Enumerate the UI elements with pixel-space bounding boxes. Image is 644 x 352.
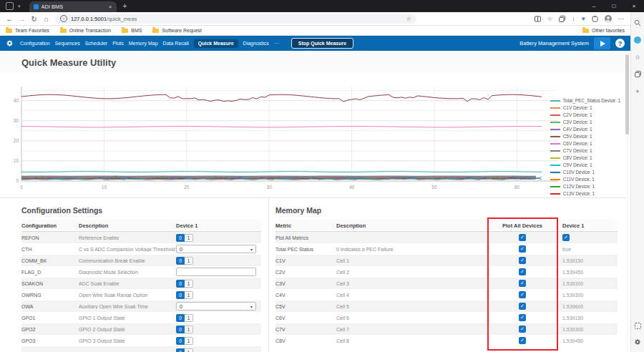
config-settings-title: Configuration Settings [21,206,261,215]
config-select[interactable]: 0▾ [176,302,256,311]
legend-label: C9V Device: 1 [563,162,592,167]
plot-all-checkbox[interactable]: ✓ [519,326,526,333]
address-bar[interactable]: i 127.0.0.1:5001/quick_meas ☆ [55,14,416,24]
nav-item-configuration[interactable]: Configuration [20,41,50,46]
tab-actions-icon[interactable]: ▾ [18,4,21,9]
nav-item-quick-measure[interactable]: Quick Measure [194,39,238,48]
config-text-input[interactable] [176,268,256,276]
run-button[interactable] [594,37,610,49]
toggle-option-0[interactable]: 0 [176,280,185,288]
legend-item[interactable]: C5V Device: 1 [550,134,620,139]
legend-item[interactable]: C1V Device: 1 [550,105,620,110]
legend-item[interactable]: C12V Device: 1 [550,184,620,189]
sidebar-settings-gear-icon[interactable] [634,338,642,346]
plot-all-checkbox[interactable]: ✓ [519,245,526,253]
toggle-option-1[interactable]: 1 [185,280,193,288]
nav-item-sequences[interactable]: Sequences [55,41,80,46]
nav-item-diagnostics[interactable]: Diagnostics [243,41,269,46]
legend-item[interactable]: C11V Device: 1 [550,177,620,182]
toggle-option-1[interactable]: 1 [185,326,193,333]
scrollbar-thumb[interactable] [625,54,629,135]
legend-item[interactable]: C4V Device: 1 [550,127,620,132]
home-button[interactable]: ⌂ [40,15,52,23]
plot-all-checkbox[interactable]: ✓ [519,314,526,321]
nav-item-data-recall[interactable]: Data Recall [163,41,189,46]
browser-essentials-icon[interactable]: ♥ [581,16,585,22]
browser-tab[interactable]: ADI BMS × [29,1,117,12]
screenshot-icon[interactable] [634,322,642,330]
nav-item-scheduler[interactable]: Scheduler [85,41,108,46]
legend-item[interactable]: C13V Device: 1 [550,191,620,196]
sidebar-collections-icon[interactable] [634,70,642,78]
plot-all-checkbox[interactable]: ✓ [519,257,526,264]
profile-avatar[interactable] [605,15,612,22]
collections-icon[interactable] [559,16,565,22]
legend-item[interactable]: C2V Device: 1 [550,112,620,117]
config-row: GPO2GPIO 2 Output State01 [21,323,261,335]
maximize-button[interactable]: □ [604,0,624,12]
other-favorites[interactable]: Other favorites [582,28,625,33]
legend-item[interactable]: C9V Device: 1 [550,162,620,167]
plot-all-checkbox[interactable]: ✓ [519,234,526,241]
toggle-option-0[interactable]: 0 [176,257,185,265]
toggle-option-1[interactable]: 1 [185,257,193,265]
back-button[interactable]: ← [4,15,16,23]
bookmark-software-request[interactable]: Software Request [152,28,202,33]
workspaces-icon[interactable] [6,2,14,10]
toggle-option-1[interactable]: 1 [185,291,193,299]
plot-all-checkbox[interactable]: ✓ [519,291,526,298]
nav-item-plots[interactable]: Plots [112,41,124,46]
config-select[interactable]: 0▾ [176,245,256,253]
copilot-icon[interactable] [634,36,642,44]
legend-item[interactable]: C3V Device: 1 [550,119,620,124]
settings-more-icon[interactable]: ⋯ [618,16,625,22]
plot-all-checkbox[interactable]: ✓ [519,268,526,275]
bookmark-online-transaction[interactable]: Online Transaction [60,28,111,33]
toggle-option-0[interactable]: 0 [176,348,185,352]
settings-gear-icon[interactable] [6,39,14,47]
toggle-option-1[interactable]: 1 [185,348,193,352]
nav-overflow-icon[interactable]: ⋯ [274,41,279,47]
downloads-icon[interactable]: ↓ [572,16,575,22]
favorites-icon[interactable]: ☆ [547,16,553,22]
toggle-option-1[interactable]: 1 [185,337,193,345]
plot-all-checkbox[interactable]: ✓ [519,337,526,344]
legend-item[interactable]: C7V Device: 1 [550,148,620,153]
legend-item[interactable]: Total_PEC_Status Device: 1 [550,98,620,103]
stop-quick-measure-button[interactable]: Stop Quick Measure [291,38,353,49]
new-tab-button[interactable]: + [123,2,127,10]
forward-button[interactable]: → [16,15,28,23]
legend-item[interactable]: C10V Device: 1 [550,170,620,175]
nav-item-memory-map[interactable]: Memory Map [129,41,158,46]
toggle-option-0[interactable]: 0 [176,314,185,322]
sidebar-add-icon[interactable]: + [634,87,642,95]
plot-all-checkbox[interactable]: ✓ [519,303,526,310]
legend-item[interactable]: C8V Device: 1 [550,155,620,160]
favorite-star-icon[interactable]: ☆ [406,16,411,22]
toggle-option-1[interactable]: 1 [185,234,193,242]
legend-item[interactable]: C6V Device: 1 [550,141,620,146]
page-scrollbar[interactable] [625,51,630,352]
sidebar-favorites-icon[interactable]: ☆ [634,53,642,61]
split-screen-icon[interactable] [535,16,541,22]
toggle-option-0[interactable]: 0 [176,337,185,345]
bookmark-team-favorites[interactable]: Team Favorites [6,28,49,33]
toggle-option-1[interactable]: 1 [185,314,193,322]
select-value: 0 [180,247,182,252]
bookmark-bms[interactable]: BMS [122,28,142,33]
extensions-icon[interactable] [592,16,598,22]
device1-value: true [562,247,571,252]
toggle-option-0[interactable]: 0 [176,234,185,242]
plot-all-checkbox[interactable]: ✓ [519,280,526,287]
minimize-button[interactable]: – [584,0,604,12]
device1-checkbox[interactable]: ✓ [562,234,570,241]
tab-close-icon[interactable]: × [109,4,112,10]
search-icon[interactable] [634,19,642,26]
device1-value: 1.539600 [562,304,583,309]
help-button[interactable]: ? [615,39,625,48]
refresh-button[interactable]: ↻ [28,15,40,23]
site-info-icon[interactable]: i [60,15,67,22]
toggle-option-0[interactable]: 0 [176,326,185,333]
toggle-option-0[interactable]: 0 [176,291,185,299]
close-button[interactable]: × [624,0,644,12]
